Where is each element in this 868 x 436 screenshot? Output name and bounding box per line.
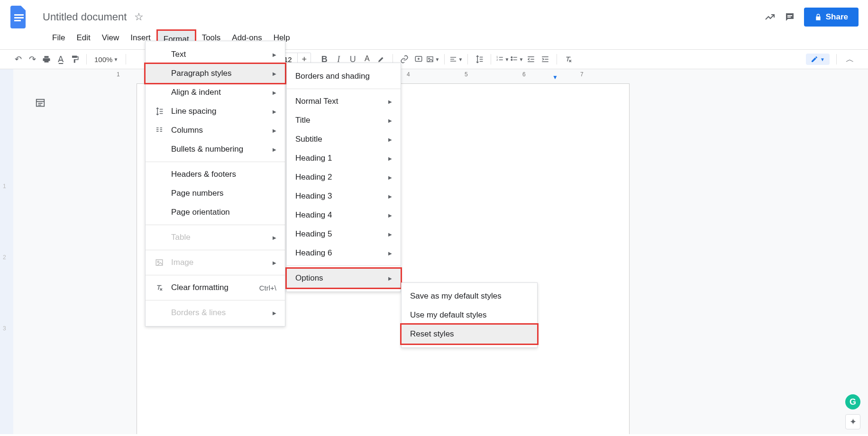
menu-item-label: Bullets & numbering <box>171 145 243 154</box>
format-menu-item-table: Table <box>146 228 285 247</box>
horizontal-ruler: 1 2 3 4 5 6 7 ▼ <box>13 69 868 82</box>
menu-item-label: Subtitle <box>295 135 322 144</box>
svg-point-21 <box>511 57 512 58</box>
paragraph-style-item[interactable]: Heading 6 <box>287 244 401 263</box>
menu-item-label: Columns <box>171 126 203 135</box>
grammarly-icon[interactable]: G <box>845 394 860 409</box>
paragraph-styles-options-item[interactable]: Options <box>285 267 402 289</box>
insert-image-icon[interactable]: ▼ <box>426 53 439 66</box>
paragraph-styles-options-submenu: Save as my default styles Use my default… <box>401 282 538 348</box>
clear-icon <box>154 283 164 292</box>
menu-item-label: Headers & footers <box>171 170 236 179</box>
editing-mode-button[interactable]: ▼ <box>806 54 830 65</box>
menubar: File Edit View Insert Format Tools Add-o… <box>0 29 868 50</box>
bulleted-list-icon[interactable]: ▼ <box>510 53 523 66</box>
activity-icon[interactable] <box>764 11 776 23</box>
paragraph-style-item[interactable]: Title <box>287 111 401 130</box>
menu-item-label: Title <box>295 116 311 125</box>
paint-format-icon[interactable] <box>68 53 82 66</box>
paragraph-style-item[interactable]: Heading 1 <box>287 149 401 168</box>
svg-rect-4 <box>787 17 791 18</box>
insert-comment-icon[interactable] <box>412 53 425 66</box>
document-area: 1 2 3 1 2 3 4 5 6 7 ▼ <box>0 69 868 434</box>
menu-item-label: Page numbers <box>171 189 224 198</box>
format-menu-item-borders-lines: Borders & lines <box>146 303 285 322</box>
paragraph-style-item[interactable]: Subtitle <box>287 130 401 149</box>
line-spacing-icon[interactable] <box>473 53 486 66</box>
explore-icon[interactable]: ✦ <box>845 414 860 429</box>
menu-file[interactable]: File <box>46 29 71 49</box>
menu-view[interactable]: View <box>96 29 125 49</box>
share-button[interactable]: Share <box>804 8 859 27</box>
svg-rect-1 <box>14 17 24 18</box>
format-menu-item-page-numbers[interactable]: Page numbers <box>146 184 285 203</box>
share-label: Share <box>826 12 848 22</box>
svg-text:2: 2 <box>497 58 498 61</box>
reset-styles-item[interactable]: Reset styles <box>400 323 539 345</box>
menu-item-label: Normal Text <box>295 97 338 106</box>
menu-edit[interactable]: Edit <box>71 29 96 49</box>
menu-item-label: Line spacing <box>171 107 216 116</box>
comments-icon[interactable] <box>784 11 795 23</box>
menu-item-label: Table <box>171 233 191 242</box>
format-menu-item-page-orientation[interactable]: Page orientation <box>146 203 285 222</box>
increase-indent-icon[interactable] <box>539 53 552 66</box>
svg-rect-3 <box>787 15 792 16</box>
menu-item-label: Text <box>171 50 186 59</box>
star-icon[interactable]: ☆ <box>134 11 144 23</box>
redo-icon[interactable]: ↷ <box>26 53 39 66</box>
clear-formatting-icon[interactable] <box>562 53 575 66</box>
outline-toggle-icon[interactable] <box>35 98 46 108</box>
paragraph-style-item[interactable]: Heading 5 <box>287 225 401 244</box>
menu-item-label: Heading 3 <box>295 191 332 201</box>
format-menu-item-align-indent[interactable]: Align & indent <box>146 83 285 102</box>
undo-icon[interactable]: ↶ <box>11 53 25 66</box>
format-menu-item-line-spacing[interactable]: Line spacing <box>146 102 285 121</box>
svg-rect-2 <box>14 20 21 21</box>
print-icon[interactable] <box>40 53 53 66</box>
use-default-styles-item[interactable]: Use my default styles <box>402 306 537 325</box>
format-menu-item-bullets-numbering[interactable]: Bullets & numbering <box>146 140 285 159</box>
borders-and-shading-item[interactable]: Borders and shading <box>287 67 401 86</box>
svg-rect-47 <box>156 260 163 265</box>
paragraph-style-item[interactable]: Heading 2 <box>287 168 401 187</box>
format-menu-item-columns[interactable]: Columns <box>146 121 285 140</box>
align-icon[interactable]: ▼ <box>449 53 463 66</box>
format-menu-item-headers-footers[interactable]: Headers & footers <box>146 165 285 184</box>
decrease-indent-icon[interactable] <box>524 53 538 66</box>
spellcheck-icon[interactable]: A̲ <box>54 53 67 66</box>
document-title[interactable]: Untitled document <box>43 11 127 23</box>
format-menu-dropdown: TextParagraph stylesAlign & indentLine s… <box>145 41 285 327</box>
lock-icon <box>814 13 822 21</box>
menu-item-label: Heading 1 <box>295 154 332 163</box>
numbered-list-icon[interactable]: 12▼ <box>496 53 509 66</box>
format-menu-item-clear-formatting[interactable]: Clear formattingCtrl+\ <box>146 278 285 297</box>
menu-item-label: Paragraph styles <box>171 69 232 78</box>
svg-point-9 <box>429 58 430 59</box>
ls-icon <box>154 107 164 116</box>
format-menu-item-paragraph-styles[interactable]: Paragraph styles <box>144 63 286 84</box>
format-menu-item-image: Image <box>146 253 285 272</box>
svg-point-22 <box>511 59 512 61</box>
indent-marker-icon[interactable]: ▼ <box>552 74 558 81</box>
menu-item-shortcut: Ctrl+\ <box>259 284 276 292</box>
menu-item-label: Page orientation <box>171 208 230 217</box>
docs-logo-icon[interactable] <box>9 5 28 29</box>
menu-item-label: Image <box>171 258 193 267</box>
paragraph-style-item[interactable]: Heading 4 <box>287 206 401 225</box>
col-icon <box>154 126 164 135</box>
collapse-toolbar-icon[interactable]: ︿ <box>843 53 857 66</box>
menu-item-label: Heading 4 <box>295 210 332 220</box>
zoom-select[interactable]: 100%▼ <box>91 55 121 64</box>
format-menu-item-text[interactable]: Text <box>146 45 285 64</box>
vertical-ruler: 1 2 3 <box>0 69 13 434</box>
paragraph-style-item[interactable]: Heading 3 <box>287 187 401 206</box>
paragraph-style-item[interactable]: Normal Text <box>287 92 401 111</box>
svg-rect-0 <box>14 14 24 16</box>
menu-item-label: Heading 5 <box>295 229 332 239</box>
title-bar: Untitled document ☆ Share <box>0 0 868 29</box>
svg-point-48 <box>157 261 159 263</box>
save-default-styles-item[interactable]: Save as my default styles <box>402 287 537 306</box>
menu-item-label: Heading 6 <box>295 248 332 258</box>
svg-rect-8 <box>427 57 433 62</box>
